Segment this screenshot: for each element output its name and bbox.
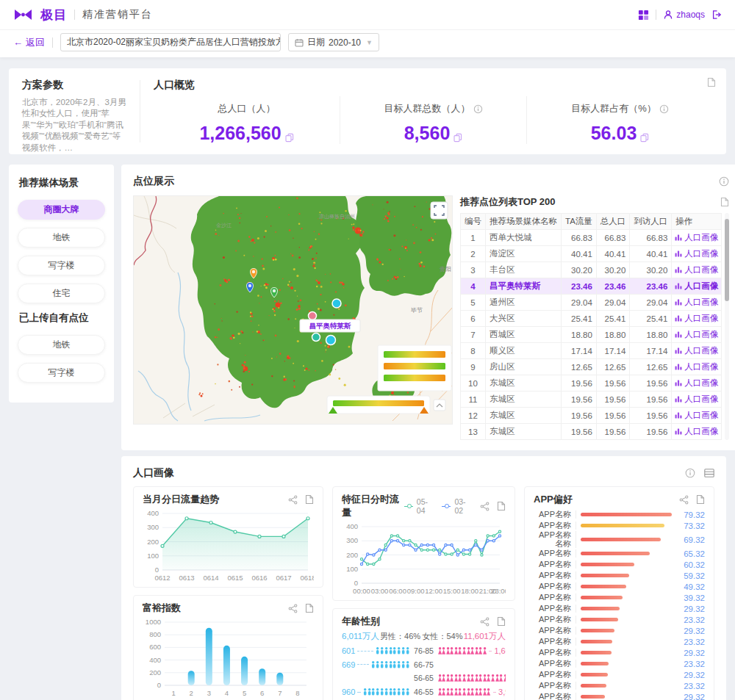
app-preference-bar — [581, 607, 620, 610]
logout-icon[interactable] — [711, 10, 722, 20]
svg-text:200: 200 — [346, 551, 358, 559]
map-panel: 点位展示 — [121, 165, 735, 450]
population-portrait-link[interactable]: 人口画像 — [672, 424, 722, 440]
table-cell: 19.56 — [630, 375, 672, 392]
sidebar-item-residence[interactable]: 住宅 — [18, 284, 105, 303]
map-marker-cyan[interactable] — [326, 336, 336, 345]
app-preference-row: APP名称29.32 — [534, 669, 705, 680]
wealth-index-chart: 0200400600800100012345678 — [143, 616, 314, 699]
table-cell: 海淀区 — [486, 246, 562, 262]
population-portrait-link[interactable]: 人口画像 — [672, 311, 722, 327]
table-row[interactable]: 6大兴区25.4125.4125.41人口画像 — [461, 311, 722, 327]
portrait-panel: 人口画像 当月分日流量趋势 — [121, 456, 726, 700]
table-row[interactable]: 1西单大悦城66.8366.8366.83人口画像 — [461, 230, 722, 246]
share-icon[interactable] — [679, 495, 689, 505]
app-preference-bar — [581, 538, 661, 541]
export-icon[interactable] — [305, 603, 314, 613]
table-row[interactable]: 11东城区19.5619.5619.56人口画像 — [461, 392, 722, 408]
sidebar-own-office[interactable]: 写字楼 — [18, 363, 105, 383]
legend-item[interactable]: 05-04 — [404, 497, 435, 515]
share-icon[interactable] — [288, 495, 298, 505]
export-icon[interactable] — [720, 197, 729, 207]
app-preference-row: APP名称29.32 — [534, 691, 705, 700]
export-icon[interactable] — [497, 501, 506, 511]
map-marker-cyan[interactable] — [332, 299, 341, 308]
apps-grid-icon[interactable] — [638, 10, 649, 21]
sidebar-item-office[interactable]: 写字楼 — [18, 256, 105, 275]
age-band-label: 76-85 — [410, 646, 438, 655]
column-header: TA流量 — [562, 214, 597, 230]
table-row[interactable]: 3丰台区30.2030.2030.20人口画像 — [461, 262, 722, 278]
table-row[interactable]: 5通州区29.0429.0429.04人口画像 — [461, 295, 722, 311]
svg-text:100: 100 — [346, 565, 358, 573]
share-icon[interactable] — [480, 617, 490, 627]
population-portrait-link[interactable]: 人口画像 — [672, 295, 722, 311]
table-cell: 19.56 — [596, 408, 630, 424]
population-portrait-link[interactable]: 人口画像 — [672, 359, 722, 375]
table-row[interactable]: 4昌平奥特莱斯23.4623.4623.46人口画像 — [461, 278, 722, 295]
info-icon[interactable] — [719, 176, 729, 187]
info-icon[interactable] — [659, 104, 669, 114]
svg-text:300: 300 — [147, 523, 159, 531]
table-row[interactable]: 13东城区19.5619.5619.56人口画像 — [461, 424, 722, 440]
svg-text:1: 1 — [171, 689, 175, 697]
table-cell: 12.65 — [630, 359, 672, 375]
export-icon[interactable] — [497, 616, 506, 627]
copy-icon[interactable] — [285, 133, 294, 144]
share-icon[interactable] — [480, 502, 490, 511]
sidebar-item-business-circle[interactable]: 商圈大牌 — [18, 200, 105, 220]
map-marker-teal[interactable] — [312, 333, 320, 342]
app-preference-bar — [581, 524, 664, 527]
export-icon[interactable] — [696, 494, 705, 505]
map-range-slider[interactable] — [327, 396, 430, 414]
app-preference-bar — [581, 513, 672, 516]
table-row[interactable]: 9房山区12.6512.6512.65人口画像 — [461, 359, 722, 375]
back-button[interactable]: ← 返回 — [13, 36, 45, 49]
table-row[interactable]: 12东城区19.5619.5619.56人口画像 — [461, 408, 722, 424]
population-portrait-link[interactable]: 人口画像 — [672, 408, 722, 424]
fullscreen-icon[interactable] — [431, 202, 448, 219]
table-scrollbar[interactable] — [725, 213, 729, 440]
date-select[interactable]: 日期 2020-10 ▼ — [288, 33, 379, 51]
info-icon[interactable] — [473, 104, 483, 114]
population-portrait-link[interactable]: 人口画像 — [672, 327, 722, 343]
slider-collapse-button[interactable] — [434, 400, 445, 411]
population-portrait-link[interactable]: 人口画像 — [672, 262, 722, 278]
list-view-icon[interactable] — [704, 469, 714, 477]
population-portrait-link[interactable]: 人口画像 — [672, 392, 722, 408]
info-icon[interactable] — [685, 468, 695, 478]
population-portrait-link[interactable]: 人口画像 — [672, 278, 722, 295]
female-percent: 女性：54% — [421, 631, 463, 642]
date-select-value: 2020-10 — [329, 37, 361, 48]
table-row[interactable]: 2海淀区40.4140.4140.41人口画像 — [461, 246, 722, 262]
sidebar-own-subway[interactable]: 地铁 — [18, 335, 105, 355]
copy-icon[interactable] — [640, 133, 649, 144]
plan-select[interactable]: 北京市2020-02丽家宝贝奶粉类产品居住人口营销投放方案 ▼ — [60, 33, 281, 51]
sidebar-item-subway[interactable]: 地铁 — [18, 228, 105, 248]
population-portrait-link[interactable]: 人口画像 — [672, 246, 722, 262]
app-preference-bar — [581, 552, 650, 555]
export-icon[interactable] — [305, 494, 314, 505]
divider — [140, 80, 140, 142]
app-preference-bar — [581, 596, 623, 599]
legend-item[interactable]: 03-02 — [442, 497, 473, 515]
population-portrait-link[interactable]: 人口画像 — [672, 230, 722, 246]
table-cell: 18.80 — [562, 327, 597, 343]
table-row[interactable]: 7西城区18.8018.8018.80人口画像 — [461, 327, 722, 343]
table-row[interactable]: 8顺义区17.1417.1417.14人口画像 — [461, 343, 722, 359]
copy-icon[interactable] — [453, 133, 462, 144]
age-band-label: 56-65 — [410, 674, 438, 682]
population-portrait-link[interactable]: 人口画像 — [672, 343, 722, 359]
share-icon[interactable] — [288, 604, 298, 613]
table-cell: 19.56 — [596, 392, 630, 408]
table-row[interactable]: 10东城区19.5619.5619.56人口画像 — [461, 375, 722, 392]
population-portrait-link[interactable]: 人口画像 — [672, 375, 722, 392]
map[interactable]: 凉山彝族自治州 金沙江 毕节 贵阳 — [133, 195, 453, 425]
table-cell: 19.56 — [562, 375, 597, 392]
svg-text:5: 5 — [243, 689, 246, 697]
map-marker-pink[interactable] — [309, 312, 317, 320]
user-menu[interactable]: zhaoqs — [663, 10, 705, 20]
export-icon[interactable] — [707, 77, 716, 87]
table-cell: 29.04 — [630, 295, 672, 311]
scrollbar-thumb[interactable] — [725, 219, 729, 301]
